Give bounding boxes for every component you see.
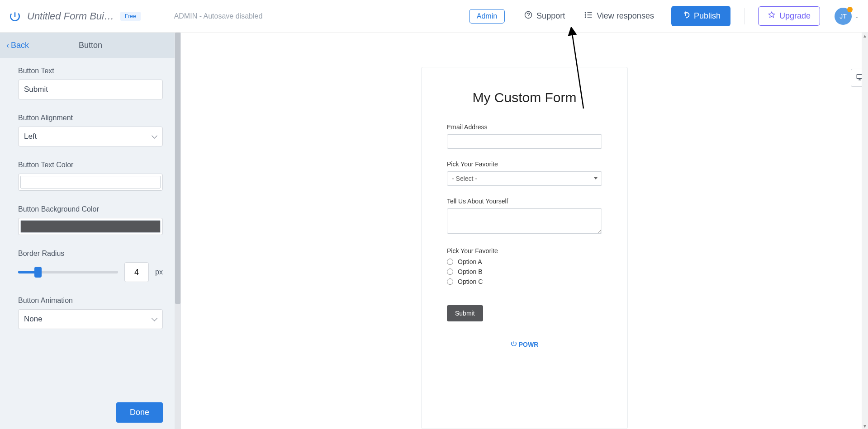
radius-label: Border Radius	[18, 250, 163, 258]
slider-thumb[interactable]	[34, 267, 42, 278]
divider	[744, 8, 745, 24]
radio-a[interactable]	[447, 259, 453, 265]
app-title: Untitled Form Bui…	[27, 10, 114, 22]
notification-dot-icon	[847, 7, 853, 12]
button-text-input[interactable]	[18, 80, 163, 99]
radio-c[interactable]	[447, 278, 453, 285]
view-responses-label: View responses	[597, 11, 654, 21]
scroll-up-icon[interactable]: ▲	[862, 33, 868, 39]
powr-logo-icon	[9, 10, 21, 22]
radius-unit: px	[155, 268, 163, 276]
radio-option-a[interactable]: Option A	[447, 258, 602, 265]
svg-point-3	[528, 17, 528, 17]
avatar-initials: JT	[840, 13, 847, 20]
back-button[interactable]: ‹ Back	[6, 41, 29, 50]
support-label: Support	[536, 11, 565, 21]
svg-point-4	[585, 12, 586, 13]
autosave-status: ADMIN - Autosave disabled	[174, 12, 263, 20]
avatar: JT	[835, 8, 852, 25]
svg-point-5	[585, 14, 586, 15]
publish-label: Publish	[694, 11, 721, 21]
favorite-select[interactable]	[447, 171, 602, 186]
radio-option-b[interactable]: Option B	[447, 268, 602, 275]
radio-group-label: Pick Your Favorite	[447, 247, 602, 255]
support-link[interactable]: Support	[524, 10, 565, 22]
radius-input[interactable]	[124, 262, 149, 282]
scroll-down-icon[interactable]: ▼	[862, 423, 868, 429]
animation-select[interactable]	[18, 309, 163, 329]
chevron-down-icon: ⌄	[854, 13, 859, 19]
bg-color-swatch	[20, 220, 161, 233]
button-text-label: Button Text	[18, 67, 163, 75]
radio-c-label: Option C	[458, 278, 483, 285]
about-label: Tell Us About Yourself	[447, 198, 602, 205]
sidebar-scrollbar[interactable]	[175, 33, 181, 429]
form-submit-button[interactable]: Submit	[447, 305, 483, 321]
radio-option-c[interactable]: Option C	[447, 278, 602, 285]
help-icon	[524, 10, 533, 22]
favorite-label: Pick Your Favorite	[447, 160, 602, 168]
radius-slider[interactable]	[18, 266, 118, 278]
star-icon	[768, 11, 776, 21]
scrollbar-thumb[interactable]	[175, 33, 180, 304]
svg-point-6	[585, 17, 586, 18]
free-badge: Free	[120, 12, 141, 21]
sidebar-title: Button	[79, 41, 102, 50]
powr-logo-icon	[511, 340, 517, 348]
preview-scrollbar[interactable]: ▲ ▼	[862, 33, 868, 429]
sidebar-header: ‹ Back Button	[0, 33, 181, 58]
list-icon	[584, 10, 593, 22]
radio-a-label: Option A	[458, 258, 482, 265]
done-button[interactable]: Done	[116, 402, 163, 423]
chevron-left-icon: ‹	[6, 41, 9, 50]
upgrade-button[interactable]: Upgrade	[758, 6, 820, 26]
about-textarea[interactable]	[447, 208, 602, 234]
text-color-picker[interactable]	[18, 174, 163, 191]
bg-color-label: Button Background Color	[18, 205, 163, 213]
back-label: Back	[11, 41, 29, 50]
radio-b[interactable]	[447, 269, 453, 275]
email-input[interactable]	[447, 134, 602, 149]
animation-label: Button Animation	[18, 297, 163, 305]
powr-brand-text: POWR	[519, 341, 539, 348]
share-icon	[681, 10, 690, 22]
publish-button[interactable]: Publish	[671, 6, 730, 26]
upgrade-label: Upgrade	[779, 11, 811, 21]
alignment-label: Button Alignment	[18, 114, 163, 122]
powr-brand[interactable]: POWR	[447, 340, 602, 348]
form-title: My Custom Form	[447, 90, 602, 105]
radio-b-label: Option B	[458, 268, 482, 275]
email-label: Email Address	[447, 123, 602, 131]
bg-color-picker[interactable]	[18, 218, 163, 235]
user-menu[interactable]: JT ⌄	[835, 8, 859, 25]
alignment-select[interactable]	[18, 127, 163, 146]
admin-button[interactable]: Admin	[469, 9, 505, 24]
text-color-swatch	[20, 176, 161, 189]
text-color-label: Button Text Color	[18, 161, 163, 169]
view-responses-link[interactable]: View responses	[584, 10, 654, 22]
form-preview: My Custom Form Email Address Pick Your F…	[421, 67, 628, 429]
